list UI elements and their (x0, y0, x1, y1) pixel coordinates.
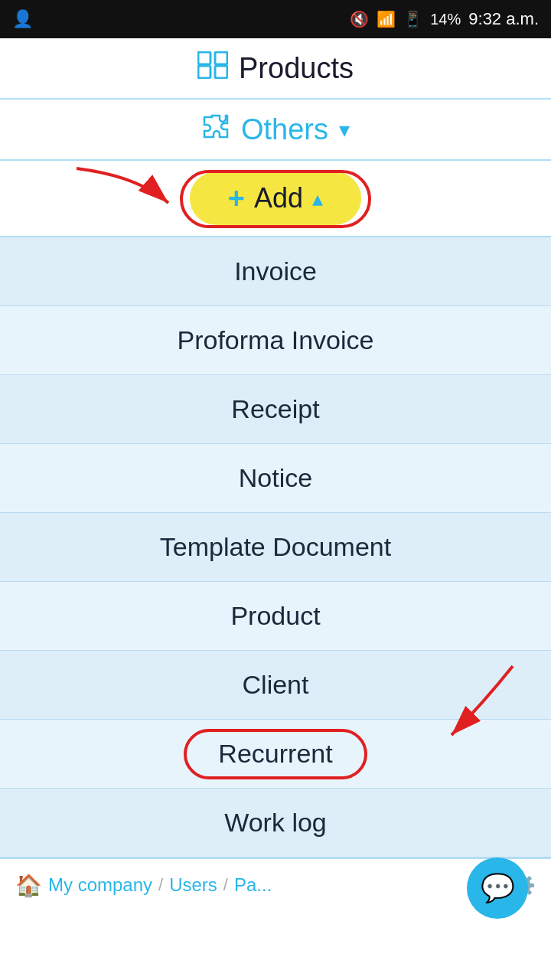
others-label: Others (241, 113, 328, 146)
menu-item-label: Notice (239, 463, 312, 493)
menu-item-client[interactable]: Client (0, 651, 551, 720)
mute-icon: 🔇 (350, 10, 369, 28)
time-label: 9:32 a.m. (468, 9, 539, 29)
chevron-down-icon: ▾ (339, 117, 350, 142)
header-title: Products (239, 52, 354, 85)
user-icon: 👤 (12, 9, 33, 29)
chat-icon: 💬 (481, 872, 515, 904)
menu-item-label: Product (230, 601, 320, 631)
svg-rect-2 (198, 66, 210, 78)
menu-item-template-document[interactable]: Template Document (0, 513, 551, 582)
menu-item-proforma-invoice[interactable]: Proforma Invoice (0, 306, 551, 375)
menu-item-receipt[interactable]: Receipt (0, 375, 551, 444)
menu-list: Invoice Proforma Invoice Receipt Notice … (0, 237, 551, 858)
menu-item-label: Work log (224, 808, 327, 838)
plus-icon: + (228, 184, 245, 213)
svg-rect-3 (215, 66, 227, 78)
home-icon: 🏠 (15, 873, 42, 898)
menu-item-label: Invoice (234, 256, 317, 286)
menu-item-label: Receipt (231, 394, 319, 424)
menu-item-invoice[interactable]: Invoice (0, 237, 551, 306)
battery-label: 14% (430, 11, 461, 28)
chat-fab-button[interactable]: 💬 (467, 858, 528, 919)
chevron-up-icon: ▴ (312, 186, 323, 211)
bottom-nav-mycompany[interactable]: My company (48, 874, 152, 896)
products-icon (197, 51, 228, 86)
status-bar: 👤 🔇 📶 📱 14% 9:32 a.m. (0, 0, 551, 38)
bottom-nav-users[interactable]: Users (169, 874, 217, 896)
add-label: Add (254, 182, 303, 214)
signal-icon: 📱 (403, 10, 422, 28)
menu-item-label: Recurrent (218, 739, 332, 769)
menu-item-label: Template Document (160, 532, 391, 562)
menu-item-recurrent[interactable]: Recurrent (0, 720, 551, 789)
menu-item-label: Proforma Invoice (178, 325, 374, 355)
svg-rect-1 (215, 52, 227, 64)
svg-rect-0 (198, 52, 210, 64)
menu-item-worklog[interactable]: Work log (0, 789, 551, 858)
status-right: 🔇 📶 📱 14% 9:32 a.m. (350, 9, 539, 29)
header: Products (0, 38, 551, 100)
wifi-icon: 📶 (377, 10, 396, 28)
add-button[interactable]: + Add ▴ (190, 172, 361, 225)
menu-item-notice[interactable]: Notice (0, 444, 551, 513)
add-row: + Add ▴ (0, 161, 551, 237)
status-left: 👤 (12, 9, 33, 29)
bottom-nav-separator: / (158, 875, 163, 895)
puzzle-icon (201, 113, 230, 146)
menu-item-label: Client (243, 670, 309, 700)
bottom-nav-pa[interactable]: Pa... (234, 874, 272, 896)
others-row[interactable]: Others ▾ (0, 100, 551, 161)
menu-item-product[interactable]: Product (0, 582, 551, 651)
bottom-nav-separator2: / (223, 875, 228, 895)
